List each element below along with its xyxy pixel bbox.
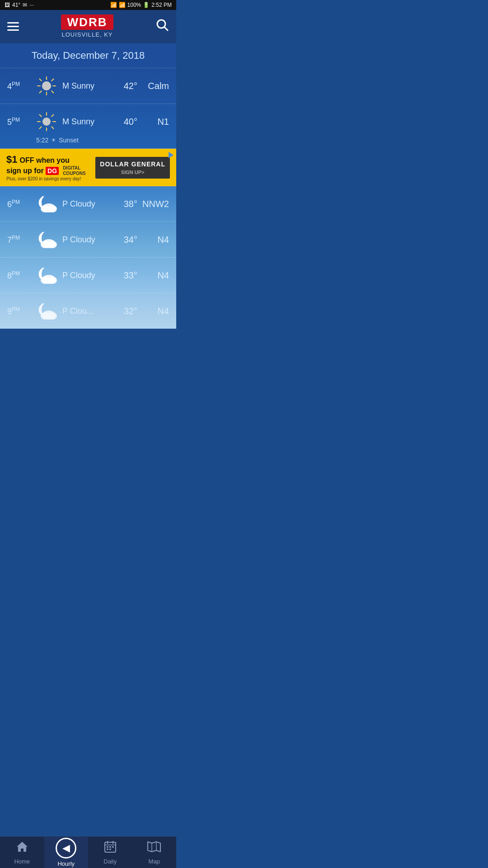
hour-time-7pm: 7PM: [7, 235, 31, 245]
ad-sub-text: Plus, over $200 in savings every day!: [6, 176, 95, 181]
hourly-row-4pm: 4PM M Sunny 42° Calm: [0, 68, 176, 104]
ad-signup-button[interactable]: SIGN UP>: [100, 170, 165, 175]
hour-temp-6pm: 38°: [113, 199, 137, 209]
unit-6pm: PM: [12, 199, 20, 205]
wifi-icon: 📶: [110, 2, 117, 8]
content-area: 4PM M Sunny 42° Calm 5PM: [0, 68, 176, 329]
status-right: 📶 📶 100% 🔋 2:52 PM: [110, 2, 172, 8]
svg-line-18: [52, 115, 53, 117]
more-icon: ···: [29, 2, 34, 8]
unit-5pm: PM: [12, 117, 20, 123]
clock: 2:52 PM: [151, 2, 172, 8]
menu-line-1: [7, 22, 19, 24]
hour-time-6pm: 6PM: [7, 199, 31, 209]
mail-icon: ✉: [23, 2, 27, 8]
ad-content-left: $1 OFF when yousign up for DG DIGITALCOU…: [6, 154, 95, 181]
status-bar: 🖼 41° ✉ ··· 📶 📶 100% 🔋 2:52 PM: [0, 0, 176, 10]
night-rows-container: 6PM P Cloudy 38° NNW2 7PM: [0, 186, 176, 329]
hour-desc-9pm: P Clou...: [62, 307, 108, 316]
sun-icon-4pm: [35, 75, 58, 97]
menu-button[interactable]: [7, 22, 19, 31]
hour-wind-8pm: N4: [142, 270, 169, 281]
photo-icon: 🖼: [5, 2, 10, 8]
menu-line-3: [7, 29, 19, 31]
svg-point-32: [48, 312, 57, 320]
ad-play-icon: [169, 152, 174, 158]
svg-line-19: [40, 127, 42, 128]
logo-text: WDRB: [67, 16, 108, 28]
sun-icon-5pm: [35, 110, 58, 133]
sunset-time: 5:22: [36, 137, 48, 144]
hour-wind-6pm: NNW2: [142, 199, 169, 209]
svg-line-9: [52, 79, 53, 81]
hour-desc-5pm: M Sunny: [62, 117, 108, 127]
hour-desc-8pm: P Cloudy: [62, 271, 108, 280]
unit-4pm: PM: [12, 81, 20, 87]
logo-box: WDRB: [61, 14, 114, 30]
hour-desc-7pm: P Cloudy: [62, 235, 108, 245]
dg-brand: DOLLAR GENERAL: [100, 160, 165, 168]
hourly-row-8pm: 8PM P Cloudy 33° N4: [0, 258, 176, 293]
hour-time-9pm: 9PM: [7, 306, 31, 316]
cloud-night-icon-8pm: [35, 264, 58, 287]
ad-cta-block[interactable]: DOLLAR GENERAL SIGN UP>: [95, 157, 170, 179]
hourly-row-7pm: 7PM P Cloudy 34° N4: [0, 222, 176, 258]
hourly-row-6pm: 6PM P Cloudy 38° NNW2: [0, 186, 176, 222]
hour-temp-4pm: 42°: [113, 81, 137, 91]
menu-line-2: [7, 26, 19, 27]
hour-wind-5pm: N1: [142, 117, 169, 127]
unit-8pm: PM: [12, 270, 20, 277]
svg-line-1: [164, 27, 168, 31]
battery-icon: 🔋: [143, 2, 150, 8]
location-text: LOUISVILLE, KY: [62, 31, 113, 38]
ad-headline: $1 OFF when yousign up for DG DIGITALCOU…: [6, 154, 95, 176]
battery-percent: 100%: [127, 2, 141, 8]
sunset-sun-icon: ☀: [51, 137, 56, 143]
hour-desc-6pm: P Cloudy: [62, 199, 108, 209]
hour-time-4pm: 4PM: [7, 81, 31, 91]
signal-icon: 📶: [119, 2, 126, 8]
unit-7pm: PM: [12, 235, 20, 241]
search-button[interactable]: [155, 18, 169, 34]
logo-container: WDRB LOUISVILLE, KY: [61, 14, 114, 38]
status-left: 🖼 41° ✉ ···: [5, 2, 34, 8]
svg-point-26: [48, 241, 57, 248]
unit-9pm: PM: [12, 306, 20, 312]
cloud-night-icon-6pm: [35, 193, 58, 215]
hour-temp-7pm: 34°: [113, 235, 137, 245]
svg-point-29: [48, 277, 57, 284]
cloud-night-icon-7pm: [35, 228, 58, 251]
hour-temp-9pm: 32°: [113, 306, 137, 316]
date-header: Today, December 7, 2018: [0, 43, 176, 68]
svg-point-11: [42, 82, 51, 90]
hour-temp-8pm: 33°: [113, 270, 137, 281]
svg-line-7: [40, 79, 42, 81]
hourly-row-9pm: 9PM P Clou... 32° N4: [0, 293, 176, 329]
sunset-row: 5:22 ☀ Sunset: [0, 135, 176, 149]
svg-line-8: [52, 91, 53, 93]
svg-point-20: [42, 118, 51, 126]
hour-time-8pm: 8PM: [7, 270, 31, 281]
svg-line-17: [52, 127, 53, 128]
sunset-label: Sunset: [59, 137, 79, 144]
ad-banner[interactable]: $1 OFF when yousign up for DG DIGITALCOU…: [0, 149, 176, 186]
svg-point-23: [48, 205, 57, 212]
hour-wind-9pm: N4: [142, 306, 169, 316]
svg-line-16: [40, 115, 42, 117]
svg-line-10: [40, 91, 42, 93]
temperature-status: 41°: [12, 2, 20, 8]
app-header: WDRB LOUISVILLE, KY: [0, 10, 176, 43]
hour-wind-7pm: N4: [142, 235, 169, 245]
hour-desc-4pm: M Sunny: [62, 81, 108, 91]
date-text: Today, December 7, 2018: [32, 50, 145, 61]
hour-wind-4pm: Calm: [142, 81, 169, 91]
hour-time-5pm: 5PM: [7, 117, 31, 127]
hour-temp-5pm: 40°: [113, 117, 137, 127]
cloud-night-icon-9pm: [35, 300, 58, 322]
hourly-row-5pm: 5PM M Sunny 40° N1: [0, 104, 176, 135]
